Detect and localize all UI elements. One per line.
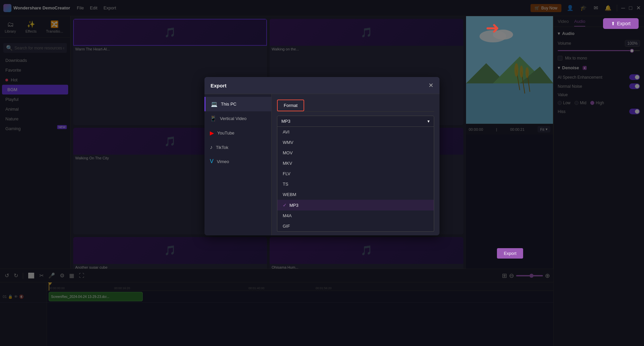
dialog-nav-vertical[interactable]: 📱 Vertical Video	[204, 111, 271, 126]
vertical-video-icon: 📱	[210, 115, 217, 122]
format-webm[interactable]: WEBM	[277, 189, 434, 200]
vimeo-icon: V	[210, 158, 214, 164]
format-m4a[interactable]: M4A	[277, 210, 434, 221]
dialog-nav: 💻 This PC 📱 Vertical Video ▶ YouTube ♪ T…	[204, 94, 272, 235]
vimeo-label: Vimeo	[217, 159, 229, 164]
youtube-label: YouTube	[217, 130, 234, 136]
this-pc-label: This PC	[221, 102, 236, 107]
wmv-label: WMV	[283, 140, 293, 145]
dialog-nav-this-pc[interactable]: 💻 This PC	[204, 97, 271, 111]
format-tab[interactable]: Format	[277, 100, 304, 111]
ts-label: TS	[283, 182, 288, 187]
tiktok-icon: ♪	[210, 144, 213, 150]
dialog-nav-tiktok[interactable]: ♪ TikTok	[204, 140, 271, 154]
format-dropdown-container: MP3 ▾ AVI WMV MOV M	[277, 116, 434, 232]
m4a-label: M4A	[283, 213, 292, 218]
format-tabs: Format	[277, 100, 434, 112]
top-export-label: Export	[617, 21, 631, 26]
dialog-nav-vimeo[interactable]: V Vimeo	[204, 154, 271, 168]
format-list: AVI WMV MOV MKV FLV	[277, 127, 434, 232]
vertical-video-label: Vertical Video	[220, 116, 246, 121]
flv-label: FLV	[283, 171, 290, 176]
format-avi[interactable]: AVI	[277, 127, 434, 137]
format-dropdown[interactable]: MP3 ▾	[277, 116, 434, 127]
gif-label: GIF	[283, 224, 290, 229]
avi-label: AVI	[283, 129, 289, 134]
format-ts[interactable]: TS	[277, 179, 434, 189]
modal-overlay: Export ✕ 💻 This PC 📱 Vertical Video ▶ Yo…	[0, 0, 644, 346]
dialog-title: Export	[211, 83, 227, 88]
this-pc-icon: 💻	[211, 101, 218, 107]
export-dialog: Export ✕ 💻 This PC 📱 Vertical Video ▶ Yo…	[204, 77, 440, 235]
top-export-button[interactable]: ⬆ Export	[603, 18, 639, 29]
dialog-close-button[interactable]: ✕	[428, 82, 433, 89]
upload-icon: ⬆	[611, 21, 615, 26]
youtube-icon: ▶	[210, 130, 214, 136]
format-gif[interactable]: GIF	[277, 221, 434, 231]
webm-label: WEBM	[283, 192, 296, 197]
dialog-right: Format MP3 ▾ AVI WMV	[272, 94, 440, 235]
format-mp3[interactable]: ✓ MP3	[277, 200, 434, 210]
format-mov[interactable]: MOV	[277, 148, 434, 158]
tiktok-label: TikTok	[216, 145, 228, 150]
mov-label: MOV	[283, 150, 293, 155]
check-icon: ✓	[283, 202, 287, 208]
dialog-header: Export ✕	[204, 77, 440, 94]
bottom-export-button[interactable]: Export	[497, 248, 523, 259]
format-mkv[interactable]: MKV	[277, 158, 434, 168]
format-wmv[interactable]: WMV	[277, 137, 434, 148]
selected-format: MP3	[281, 119, 290, 124]
dialog-body: 💻 This PC 📱 Vertical Video ▶ YouTube ♪ T…	[204, 94, 440, 235]
mp3-label: MP3	[289, 203, 298, 208]
dropdown-chevron-icon: ▾	[427, 119, 430, 124]
dialog-nav-youtube[interactable]: ▶ YouTube	[204, 126, 271, 140]
format-flv[interactable]: FLV	[277, 168, 434, 179]
mkv-label: MKV	[283, 161, 292, 166]
red-arrow: ➜	[486, 18, 500, 38]
